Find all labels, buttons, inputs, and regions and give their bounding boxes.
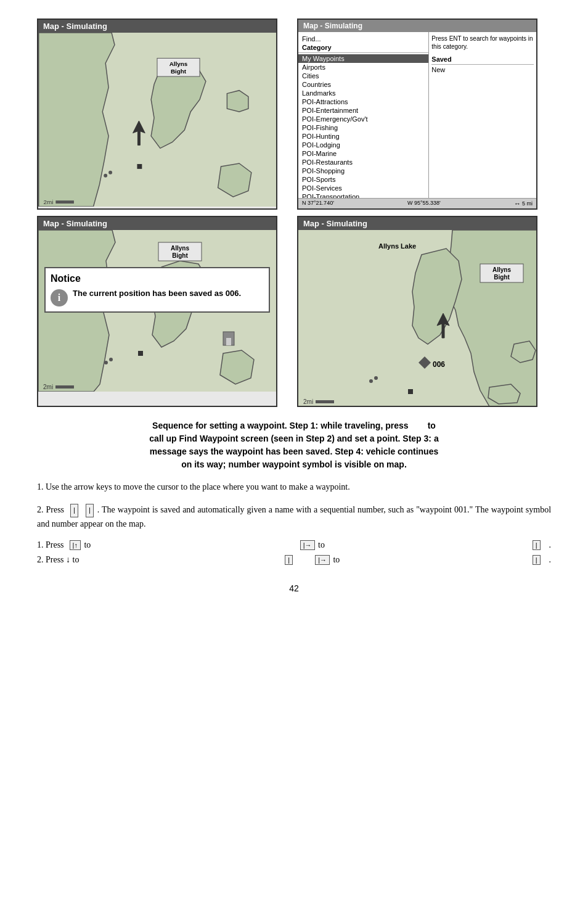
body-para1: 1. Use the arrow keys to move the cursor… <box>37 480 551 494</box>
category-cities[interactable]: Cities <box>298 72 428 80</box>
key-pipe: | <box>86 504 94 517</box>
caption-text: Sequence for setting a waypoint. Step 1:… <box>149 421 438 469</box>
category-poi-attractions[interactable]: POI-Attractions <box>298 97 428 106</box>
map2-title: Map - Simulating <box>298 20 536 32</box>
new-label: New <box>431 66 534 73</box>
map4-content: 006 Allyns Lake Allyns Bight 2mi <box>298 230 536 404</box>
step2-pipe1: | <box>285 555 293 565</box>
notice-title: Notice <box>51 273 264 284</box>
hint-text: Press ENT to search for waypoints in thi… <box>431 35 534 51</box>
maps-section: Map - Simulating Allyns Bight <box>37 19 551 407</box>
category-poi-restaurants[interactable]: POI-Restaurants <box>298 158 428 167</box>
svg-text:Bight: Bight <box>172 252 188 259</box>
svg-text:Allyns: Allyns <box>492 266 511 273</box>
svg-text:Bight: Bight <box>494 274 510 281</box>
step2-pipe2: | <box>533 555 541 565</box>
step2-label: 2. Press ↓ to <box>37 555 92 565</box>
step-row-1: 1. Press |↑ to |→ to | . <box>37 540 551 550</box>
svg-point-12 <box>104 361 108 364</box>
find-panel: Find... Category My Waypoints Airports C… <box>298 32 536 206</box>
svg-point-30 <box>374 376 378 380</box>
step1-pipe: | <box>533 540 541 550</box>
map3-content: Allyns Bight 2mi Notice i The current po… <box>38 230 276 404</box>
map-panel-3: Map - Simulating Allyns Bight 2mi <box>37 216 277 407</box>
category-poi-lodging[interactable]: POI-Lodging <box>298 141 428 149</box>
svg-rect-18 <box>55 385 74 389</box>
category-poi-emergency[interactable]: POI-Emergency/Gov't <box>298 115 428 123</box>
notice-overlay: Notice i The current position has been s… <box>44 267 270 313</box>
category-airports[interactable]: Airports <box>298 63 428 72</box>
category-poi-entertainment[interactable]: POI-Entertainment <box>298 106 428 115</box>
category-poi-fishing[interactable]: POI-Fishing <box>298 123 428 132</box>
category-header: Category <box>298 43 428 53</box>
svg-text:Allyns Lake: Allyns Lake <box>378 242 416 250</box>
map1-content: Allyns Bight 2mi <box>38 33 276 207</box>
map3-title: Map - Simulating <box>38 217 276 230</box>
svg-point-6 <box>104 174 107 178</box>
info-icon: i <box>51 289 68 306</box>
notice-message: The current position has been saved as 0… <box>73 288 241 299</box>
category-poi-marine[interactable]: POI-Marine <box>298 149 428 158</box>
svg-text:006: 006 <box>433 360 445 369</box>
find-left-column: Find... Category My Waypoints Airports C… <box>298 32 429 206</box>
key-pipe-up: | <box>70 504 78 517</box>
step1-label: 1. Press |↑ to <box>37 540 92 550</box>
page-number: 42 <box>37 583 551 593</box>
category-landmarks[interactable]: Landmarks <box>298 89 428 97</box>
svg-rect-20 <box>226 338 231 345</box>
svg-text:Allyns: Allyns <box>169 60 188 67</box>
step1-key1: |↑ <box>70 540 81 550</box>
caption: Sequence for setting a waypoint. Step 1:… <box>49 419 539 471</box>
step2-arrow: |→ to <box>314 555 340 565</box>
svg-point-29 <box>369 379 373 383</box>
svg-rect-9 <box>55 200 74 204</box>
svg-rect-31 <box>408 389 413 394</box>
svg-rect-2 <box>137 164 142 169</box>
svg-text:Bight: Bight <box>171 68 187 75</box>
svg-rect-33 <box>316 400 334 403</box>
category-countries[interactable]: Countries <box>298 80 428 89</box>
body-para2: 2. Press | | . The waypoint is saved and… <box>37 503 551 531</box>
status-zoom: ↔ 5 mi <box>514 200 533 207</box>
find-right-column: Press ENT to search for waypoints in thi… <box>429 32 536 206</box>
svg-point-13 <box>109 358 113 361</box>
status-lat: N 37°21.740' <box>302 200 334 207</box>
svg-point-7 <box>108 171 112 175</box>
find-label: Find... <box>298 35 428 43</box>
category-poi-services[interactable]: POI-Services <box>298 184 428 192</box>
category-poi-shopping[interactable]: POI-Shopping <box>298 167 428 175</box>
svg-rect-11 <box>138 351 143 356</box>
map-panel-1: Map - Simulating Allyns Bight <box>37 19 277 210</box>
step-row-2: 2. Press ↓ to | |→ to | . <box>37 555 551 565</box>
map4-svg: 006 Allyns Lake Allyns Bight 2mi <box>298 230 537 406</box>
step-table: 1. Press |↑ to |→ to | . 2. Press ↓ to |… <box>37 540 551 565</box>
map-panel-2: Map - Simulating Find... Category My Way… <box>297 19 537 210</box>
saved-label: Saved <box>431 56 534 65</box>
svg-text:2mi: 2mi <box>303 398 313 405</box>
map1-svg: Allyns Bight 2mi <box>38 33 276 207</box>
category-poi-sports[interactable]: POI-Sports <box>298 175 428 184</box>
map2-status: N 37°21.740' W 95°55.338' ↔ 5 mi <box>298 198 536 208</box>
step1-arrow: |→ to <box>299 540 325 550</box>
map1-title: Map - Simulating <box>38 20 276 33</box>
status-lon: W 95°55.338' <box>407 200 441 207</box>
category-poi-hunting[interactable]: POI-Hunting <box>298 132 428 141</box>
svg-text:2mi: 2mi <box>44 199 54 205</box>
map-panel-4: Map - Simulating 006 Allyns Lake Allyns <box>297 216 537 407</box>
notice-body: i The current position has been saved as… <box>51 288 264 306</box>
map4-title: Map - Simulating <box>298 217 536 230</box>
svg-text:Allyns: Allyns <box>171 245 189 252</box>
my-waypoints-row[interactable]: My Waypoints <box>298 54 428 63</box>
svg-text:2mi: 2mi <box>43 384 53 390</box>
